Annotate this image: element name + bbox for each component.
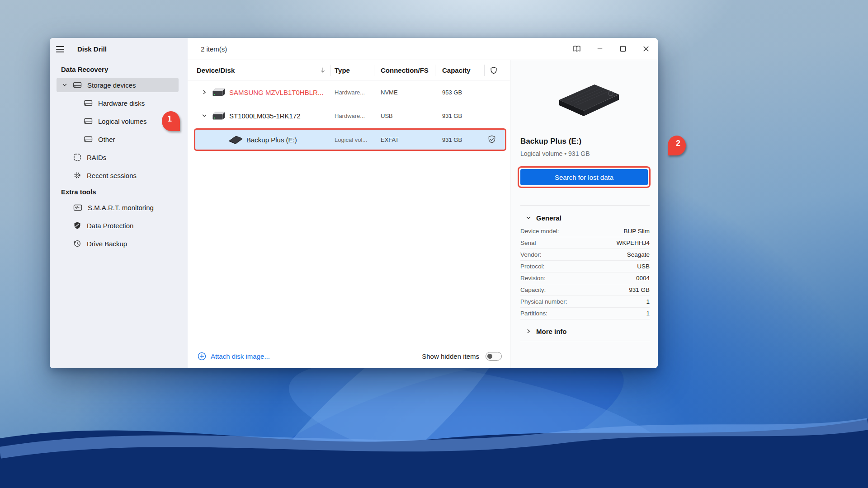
- sidebar-item-label: Drive Backup: [87, 240, 127, 248]
- minimize-button[interactable]: [594, 42, 606, 55]
- sidebar-item-label: RAIDs: [87, 154, 106, 161]
- menu-icon[interactable]: [56, 43, 69, 56]
- device-capacity: 931 GB: [442, 113, 462, 119]
- device-list: Device/Disk Type Connection/FS Capacity …: [188, 60, 510, 368]
- drive-icon: [84, 99, 93, 107]
- chevron-down-icon: [526, 215, 531, 221]
- selected-device-title: Backup Plus (E:): [520, 137, 658, 146]
- titlebar: 2 item(s): [188, 38, 658, 60]
- app-title: Disk Drill: [77, 45, 107, 53]
- spec-row: Partitions:1: [520, 308, 650, 319]
- column-header-capacity[interactable]: Capacity: [442, 60, 471, 80]
- circle-plus-icon: [198, 352, 206, 361]
- toggle-knob: [487, 354, 492, 359]
- close-icon: [642, 45, 650, 53]
- table-header: Device/Disk Type Connection/FS Capacity: [188, 60, 510, 80]
- open-book-icon: [572, 45, 581, 52]
- smart-waveform-icon: [73, 204, 82, 211]
- maximize-icon: [619, 45, 627, 53]
- clock-restore-icon: [73, 239, 81, 248]
- more-info-heading: More info: [536, 328, 567, 335]
- sidebar-item-label: Other: [98, 136, 115, 143]
- general-section-header[interactable]: General: [520, 210, 650, 225]
- drive-icon: [84, 136, 93, 143]
- device-row-st1000[interactable]: ST1000LM035-1RK172 Hardware... USB 931 G…: [188, 104, 510, 127]
- attach-disk-image-link[interactable]: Attach disk image...: [198, 352, 270, 361]
- external-drive-image: [546, 80, 623, 122]
- sidebar-item-smart-monitoring[interactable]: S.M.A.R.T. monitoring: [57, 200, 179, 215]
- section-heading-data-recovery: Data Recovery: [61, 66, 188, 73]
- general-section: General Device model:BUP Slim SerialWKPE…: [520, 205, 650, 319]
- close-button[interactable]: [640, 42, 652, 55]
- column-divider: [330, 65, 330, 76]
- attach-disk-image-label: Attach disk image...: [211, 352, 270, 360]
- device-row-backup-plus-selected[interactable]: Backup Plus (E:) Logical vol... EXFAT 93…: [194, 128, 506, 151]
- device-connection: EXFAT: [381, 136, 399, 143]
- shield-icon: [73, 221, 81, 230]
- details-panel: Backup Plus (E:) Logical volume • 931 GB…: [510, 60, 658, 368]
- drive-icon: [73, 81, 82, 89]
- column-header-type[interactable]: Type: [335, 60, 350, 80]
- chevron-right-icon[interactable]: [202, 89, 207, 95]
- sidebar-item-label: Storage devices: [87, 81, 136, 89]
- column-header-device[interactable]: Device/Disk: [197, 60, 235, 80]
- device-connection: NVME: [381, 89, 398, 96]
- chevron-right-icon: [526, 328, 531, 334]
- section-heading-extra-tools: Extra tools: [61, 188, 188, 196]
- search-for-lost-data-button[interactable]: Search for lost data: [520, 169, 648, 185]
- shield-check-icon: [487, 135, 497, 145]
- minimize-icon: [596, 45, 604, 53]
- sidebar-item-hardware-disks[interactable]: Hardware disks: [57, 96, 179, 110]
- sidebar-item-label: Logical volumes: [98, 117, 147, 125]
- callout-badge-2: 2: [668, 136, 686, 155]
- sidebar-item-data-protection[interactable]: Data Protection: [57, 218, 179, 233]
- sidebar-item-label: Recent sessions: [87, 172, 137, 179]
- device-type: Hardware...: [335, 113, 365, 119]
- annotation-highlight-border: Search for lost data: [518, 166, 651, 188]
- spec-row: Protocol:USB: [520, 261, 650, 272]
- spec-row: Device model:BUP Slim: [520, 225, 650, 237]
- sidebar-item-logical-volumes[interactable]: Logical volumes: [57, 114, 179, 128]
- maximize-button[interactable]: [617, 42, 629, 55]
- device-name: SAMSUNG MZVLB1T0HBLR...: [229, 89, 323, 96]
- sidebar-item-label: Hardware disks: [98, 99, 145, 107]
- sidebar-item-storage-devices[interactable]: Storage devices: [57, 78, 179, 92]
- device-type: Hardware...: [335, 89, 365, 96]
- callout-badge-1: 1: [162, 111, 180, 131]
- show-hidden-items-label: Show hidden items: [422, 352, 479, 360]
- sidebar-item-label: S.M.A.R.T. monitoring: [88, 204, 154, 211]
- disk-drill-window: Disk Drill Data Recovery Storage devices…: [50, 38, 658, 368]
- more-info-header[interactable]: More info: [520, 321, 650, 341]
- sidebar-item-label: Data Protection: [87, 222, 133, 230]
- more-info-section: More info: [520, 321, 650, 341]
- device-capacity: 953 GB: [442, 89, 462, 96]
- protection-column-shield-icon: [490, 66, 498, 75]
- sort-arrow-icon: [320, 67, 326, 73]
- spec-row: Vendor:Seagate: [520, 249, 650, 261]
- sidebar: Disk Drill Data Recovery Storage devices…: [50, 38, 188, 368]
- sidebar-item-raids[interactable]: RAIDs: [57, 150, 179, 164]
- device-name: ST1000LM035-1RK172: [229, 112, 301, 120]
- sidebar-item-drive-backup[interactable]: Drive Backup: [57, 236, 179, 251]
- column-divider: [374, 65, 374, 76]
- chevron-down-icon[interactable]: [202, 113, 207, 118]
- device-connection: USB: [381, 113, 393, 119]
- hard-drive-3d-icon: [211, 111, 225, 121]
- column-header-connection[interactable]: Connection/FS: [381, 60, 429, 80]
- external-volume-icon: [227, 135, 244, 145]
- spec-row: Physical number:1: [520, 296, 650, 308]
- sidebar-item-other[interactable]: Other: [57, 132, 179, 146]
- show-hidden-items-toggle[interactable]: [486, 352, 502, 361]
- sidebar-item-recent-sessions[interactable]: Recent sessions: [57, 168, 179, 183]
- device-type: Logical vol...: [335, 136, 367, 143]
- knowledge-base-button[interactable]: [571, 42, 583, 55]
- list-footer: Attach disk image... Show hidden items: [188, 350, 510, 362]
- device-capacity: 931 GB: [442, 136, 462, 143]
- chevron-down-icon: [62, 82, 67, 88]
- spec-row: Capacity:931 GB: [520, 284, 650, 296]
- general-heading: General: [536, 214, 561, 222]
- spec-row: SerialWKPEHHJ4: [520, 237, 650, 249]
- device-row-samsung[interactable]: SAMSUNG MZVLB1T0HBLR... Hardware... NVME…: [188, 80, 510, 104]
- item-count: 2 item(s): [188, 45, 227, 53]
- drive-icon: [84, 117, 93, 125]
